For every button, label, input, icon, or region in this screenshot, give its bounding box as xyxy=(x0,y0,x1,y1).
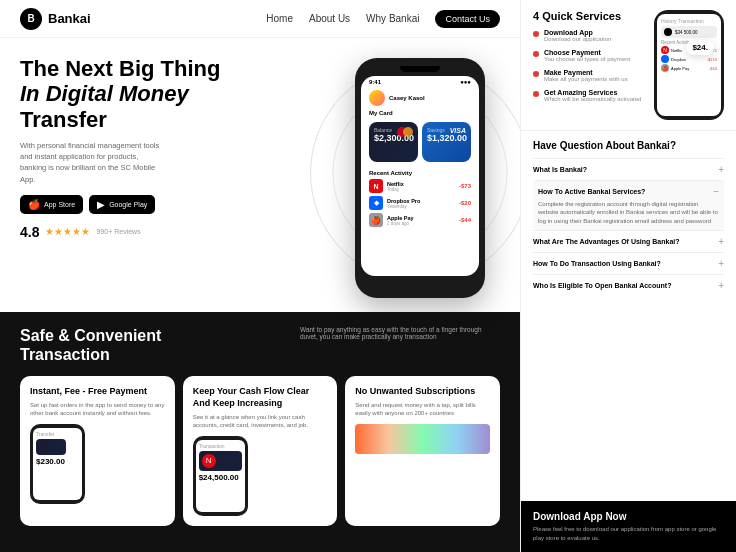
nav-about[interactable]: About Us xyxy=(309,13,350,24)
store-buttons: 🍎 App Store ▶ Google Play xyxy=(20,195,330,214)
play-store-icon: ▶ xyxy=(97,199,105,210)
faq-2-question[interactable]: How To Active Bankai Services? − xyxy=(538,186,719,197)
logo: B Bankai xyxy=(20,8,91,30)
service-2: Choose Payment You choose all types of p… xyxy=(533,49,646,64)
hero-section: The Next Big Thing In Digital Money Tran… xyxy=(0,38,520,312)
feature3-title: No Unwanted Subscriptions xyxy=(355,386,490,398)
service3-desc: Make all your payments with us xyxy=(544,76,628,84)
my-card-label: My Card xyxy=(361,108,479,118)
feature2-amount: $24,500.00 xyxy=(199,473,242,482)
service3-label: Make Payment xyxy=(544,69,628,76)
nav-why[interactable]: Why Bankai xyxy=(366,13,419,24)
play-store-button[interactable]: ▶ Google Play xyxy=(89,195,155,214)
feature-card-1: Instant, Fee - Free Payment Set up fast … xyxy=(20,376,175,525)
faq-1: What Is Bankai? + xyxy=(533,158,724,180)
mastercard-icon xyxy=(397,127,413,137)
hero-title: The Next Big Thing In Digital Money Tran… xyxy=(20,56,330,132)
service-1: Download App Download our application xyxy=(533,29,646,44)
faq-3-text: What Are The Advantages Of Using Bankai? xyxy=(533,238,680,245)
faq-3-question[interactable]: What Are The Advantages Of Using Bankai?… xyxy=(533,236,724,247)
feature1-desc: Set up fast orders in the app to send mo… xyxy=(30,401,165,418)
faq-3: What Are The Advantages Of Using Bankai?… xyxy=(533,230,724,252)
dropbox-icon: ◆ xyxy=(369,196,383,210)
faq-1-question[interactable]: What Is Bankai? + xyxy=(533,164,724,175)
app-store-button[interactable]: 🍎 App Store xyxy=(20,195,83,214)
main-section: B Bankai Home About Us Why Bankai Contac… xyxy=(0,0,520,552)
service-4: Get Amazing Services Which will be autom… xyxy=(533,89,646,104)
faq-5-question[interactable]: Who Is Eligible To Open Bankai Account? … xyxy=(533,280,724,291)
feature2-title: Keep Your Cash Flow Clear And Keep Incre… xyxy=(193,386,328,409)
quick-services: 4 Quick Services Download App Download o… xyxy=(521,0,736,131)
download-cta: Download App Now Please feel free to dow… xyxy=(521,501,736,552)
feature3-desc: Send and request money with a tap, split… xyxy=(355,401,490,418)
faq-4-question[interactable]: How To Do Transaction Using Bankai? + xyxy=(533,258,724,269)
service-3: Make Payment Make all your payments with… xyxy=(533,69,646,84)
service2-desc: You choose all types of payment xyxy=(544,56,630,64)
feature1-phone: Transfer $230.00 xyxy=(30,424,85,504)
faq-4: How To Do Transaction Using Bankai? + xyxy=(533,252,724,274)
amount-badge: $24. xyxy=(686,40,714,55)
nav-home[interactable]: Home xyxy=(266,13,293,24)
feature1-title: Instant, Fee - Free Payment xyxy=(30,386,165,398)
phone-statusbar: 9:41 ●●● xyxy=(361,76,479,88)
visa-icon: VISA xyxy=(450,127,466,134)
download-cta-title: Download App Now xyxy=(533,511,724,522)
service1-label: Download App xyxy=(544,29,611,36)
apple-pay-icon: 🍎 xyxy=(369,213,383,227)
apple-store-icon: 🍎 xyxy=(28,199,40,210)
recent-activity: Recent Activity N Netflix Today -$73 xyxy=(361,166,479,234)
rating-section: 4.8 ★★★★★ 990+ Reviews xyxy=(20,224,330,240)
feature-card-3: No Unwanted Subscriptions Send and reque… xyxy=(345,376,500,525)
netflix-amount: -$73 xyxy=(459,183,471,189)
service1-desc: Download our application xyxy=(544,36,611,44)
service-dot-4 xyxy=(533,91,539,97)
faq-2-answer: Complete the registration account throug… xyxy=(538,200,718,225)
navbar: B Bankai Home About Us Why Bankai Contac… xyxy=(0,0,520,38)
faq-5-expand-icon[interactable]: + xyxy=(718,280,724,291)
faq-5: Who Is Eligible To Open Bankai Account? … xyxy=(533,274,724,296)
dark-section-desc: Want to pay anything as easy with the to… xyxy=(300,326,500,340)
logo-circle: B xyxy=(20,8,42,30)
download-cta-desc: Please feel free to download our applica… xyxy=(533,525,724,542)
feature2-screen: Transaction N $24,500.00 xyxy=(196,440,245,512)
card2-amount: $1,320.00 xyxy=(427,133,466,143)
page-wrapper: B Bankai Home About Us Why Bankai Contac… xyxy=(0,0,736,552)
card-light: Savings $1,320.00 VISA xyxy=(422,122,471,162)
dropbox-amount: -$20 xyxy=(459,200,471,206)
faq-2: How To Active Bankai Services? − Complet… xyxy=(533,180,724,230)
card-section: Balance $2,300.00 Savings $1,320.00 xyxy=(361,118,479,166)
faq-4-expand-icon[interactable]: + xyxy=(718,258,724,269)
dark-section: Safe & Convenient Transaction Want to pa… xyxy=(0,312,520,552)
phone-screen: 9:41 ●●● Casey Kasol My Card Balance $2,… xyxy=(361,76,479,276)
transaction-apple: 🍎 Apple Pay 2 days ago -$44 xyxy=(369,213,471,227)
contact-button[interactable]: Contact Us xyxy=(435,10,500,28)
faq-3-expand-icon[interactable]: + xyxy=(718,236,724,247)
feature1-amount: $230.00 xyxy=(36,457,79,466)
rating-count: 990+ Reviews xyxy=(96,228,140,235)
faq-2-text: How To Active Bankai Services? xyxy=(538,188,645,195)
service-dot-2 xyxy=(533,51,539,57)
phone-notch xyxy=(400,66,440,72)
hero-description: With personal financial management tools… xyxy=(20,140,160,185)
feature1-screen: Transfer $230.00 xyxy=(33,428,82,500)
rating-number: 4.8 xyxy=(20,224,39,240)
apple-amount: -$44 xyxy=(459,217,471,223)
feature-card-2: Keep Your Cash Flow Clear And Keep Incre… xyxy=(183,376,338,525)
transaction-dropbox: ◆ Dropbox Pro Yesterday -$20 xyxy=(369,196,471,210)
transaction-netflix: N Netflix Today -$73 xyxy=(369,179,471,193)
feature-cards: Instant, Fee - Free Payment Set up fast … xyxy=(20,376,500,525)
hero-text: The Next Big Thing In Digital Money Tran… xyxy=(20,52,330,298)
feature2-phone: Transaction N $24,500.00 xyxy=(193,436,248,516)
service-dot-3 xyxy=(533,71,539,77)
phone-header: Casey Kasol xyxy=(361,88,479,108)
faq-2-collapse-icon[interactable]: − xyxy=(713,186,719,197)
faq-1-text: What Is Bankai? xyxy=(533,166,587,173)
faq-1-expand-icon[interactable]: + xyxy=(718,164,724,175)
brand-name: Bankai xyxy=(48,11,91,26)
quick-services-title: 4 Quick Services xyxy=(533,10,646,23)
nav-links: Home About Us Why Bankai Contact Us xyxy=(266,10,500,28)
phone-avatar xyxy=(369,90,385,106)
faq-title: Have Question About Bankai? xyxy=(533,139,724,152)
netflix-icon: N xyxy=(369,179,383,193)
service-dot-1 xyxy=(533,31,539,37)
